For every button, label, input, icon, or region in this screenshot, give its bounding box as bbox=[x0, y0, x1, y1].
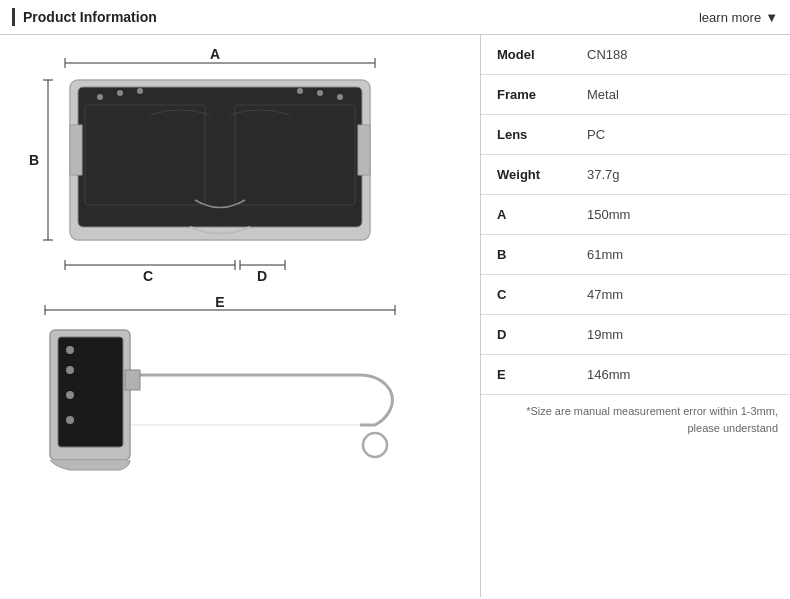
learn-more-label: learn more bbox=[699, 10, 761, 25]
spec-value: 146mm bbox=[571, 355, 790, 395]
spec-note: *Size are manual measurement error withi… bbox=[481, 395, 790, 444]
spec-label: E bbox=[481, 355, 571, 395]
svg-text:A: A bbox=[210, 46, 220, 62]
dropdown-arrow: ▼ bbox=[765, 10, 778, 25]
spec-row: D19mm bbox=[481, 315, 790, 355]
svg-point-22 bbox=[137, 88, 143, 94]
spec-value: 61mm bbox=[571, 235, 790, 275]
right-panel: ModelCN188FrameMetalLensPCWeight37.7gA15… bbox=[480, 35, 790, 597]
header-divider bbox=[12, 8, 15, 26]
spec-value: PC bbox=[571, 115, 790, 155]
svg-text:C: C bbox=[143, 268, 153, 284]
svg-point-34 bbox=[66, 346, 74, 354]
header-left: Product Information bbox=[12, 8, 157, 26]
spec-row: FrameMetal bbox=[481, 75, 790, 115]
spec-row: A150mm bbox=[481, 195, 790, 235]
learn-more-button[interactable]: learn more ▼ bbox=[699, 10, 778, 25]
svg-rect-19 bbox=[358, 125, 370, 175]
svg-point-21 bbox=[117, 90, 123, 96]
spec-value: Metal bbox=[571, 75, 790, 115]
spec-value: 19mm bbox=[571, 315, 790, 355]
svg-point-37 bbox=[66, 416, 74, 424]
spec-label: A bbox=[481, 195, 571, 235]
top-view-diagram: A B C D bbox=[20, 45, 420, 295]
top-view-svg: A B C D bbox=[20, 45, 420, 295]
svg-point-35 bbox=[66, 366, 74, 374]
spec-value: 150mm bbox=[571, 195, 790, 235]
spec-label: Frame bbox=[481, 75, 571, 115]
spec-label: D bbox=[481, 315, 571, 355]
svg-rect-17 bbox=[78, 87, 362, 227]
page-title: Product Information bbox=[23, 9, 157, 25]
svg-rect-39 bbox=[125, 370, 140, 390]
svg-text:D: D bbox=[257, 268, 267, 284]
main-content: A B C D bbox=[0, 35, 790, 597]
spec-row: LensPC bbox=[481, 115, 790, 155]
svg-point-23 bbox=[337, 94, 343, 100]
left-panel: A B C D bbox=[0, 35, 480, 597]
side-view-svg: E bbox=[20, 295, 420, 495]
spec-row: C47mm bbox=[481, 275, 790, 315]
svg-rect-18 bbox=[70, 125, 82, 175]
spec-row: E146mm bbox=[481, 355, 790, 395]
spec-label: B bbox=[481, 235, 571, 275]
svg-point-38 bbox=[363, 433, 387, 457]
spec-row: Weight37.7g bbox=[481, 155, 790, 195]
side-view-diagram: E bbox=[20, 295, 420, 495]
svg-point-25 bbox=[297, 88, 303, 94]
spec-label: Weight bbox=[481, 155, 571, 195]
page-header: Product Information learn more ▼ bbox=[0, 0, 790, 35]
spec-label: Lens bbox=[481, 115, 571, 155]
svg-point-36 bbox=[66, 391, 74, 399]
svg-text:B: B bbox=[29, 152, 39, 168]
spec-row: B61mm bbox=[481, 235, 790, 275]
spec-label: C bbox=[481, 275, 571, 315]
svg-point-24 bbox=[317, 90, 323, 96]
spec-row: ModelCN188 bbox=[481, 35, 790, 75]
spec-label: Model bbox=[481, 35, 571, 75]
spec-value: 47mm bbox=[571, 275, 790, 315]
spec-table: ModelCN188FrameMetalLensPCWeight37.7gA15… bbox=[481, 35, 790, 395]
svg-point-20 bbox=[97, 94, 103, 100]
spec-value: 37.7g bbox=[571, 155, 790, 195]
spec-value: CN188 bbox=[571, 35, 790, 75]
svg-text:E: E bbox=[215, 295, 224, 310]
